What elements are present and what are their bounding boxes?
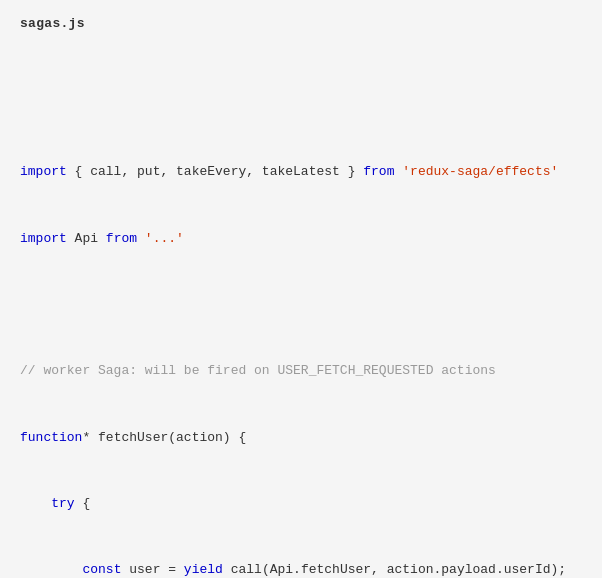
editor-container: sagas.js import { call, put, takeEvery, … — [0, 0, 602, 578]
code-block: import { call, put, takeEvery, takeLates… — [20, 51, 582, 578]
code-line — [20, 95, 582, 117]
code-line: import { call, put, takeEvery, takeLates… — [20, 161, 582, 183]
code-line: function* fetchUser(action) { — [20, 427, 582, 449]
code-line: // worker Saga: will be fired on USER_FE… — [20, 360, 582, 382]
code-line — [20, 294, 582, 316]
file-title: sagas.js — [20, 16, 582, 31]
code-line: const user = yield call(Api.fetchUser, a… — [20, 559, 582, 578]
code-line: import Api from '...' — [20, 228, 582, 250]
code-line: try { — [20, 493, 582, 515]
